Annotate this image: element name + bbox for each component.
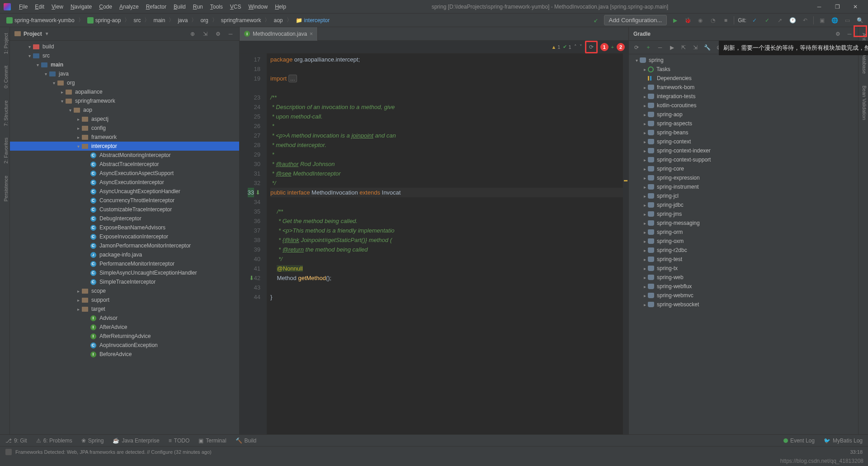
project-structure-icon[interactable]: ▣ — [817, 16, 826, 25]
gradle-item[interactable]: ▸spring-websocket — [629, 300, 858, 309]
gradle-item[interactable]: Dependencies — [629, 74, 858, 83]
collapse-all-icon[interactable]: ⇲ — [201, 30, 209, 38]
gradle-item[interactable]: ▸spring-core — [629, 164, 858, 173]
build-icon[interactable]: ↙ — [591, 16, 600, 25]
code-line[interactable]: * <p>A method invocation is a joinpoint … — [270, 131, 623, 140]
gradle-wrench-icon[interactable]: 🔧 — [703, 43, 711, 52]
menu-analyze[interactable]: Analyze — [116, 2, 142, 12]
vcs-history-icon[interactable]: 🕐 — [788, 16, 797, 25]
menu-view[interactable]: View — [48, 2, 67, 12]
code-line[interactable] — [270, 64, 623, 74]
vcs-commit-icon[interactable]: ✓ — [763, 16, 772, 25]
gradle-expand-icon[interactable]: ⇱ — [679, 43, 688, 52]
translate-icon[interactable]: 🌐 — [830, 16, 839, 25]
gradle-item[interactable]: ▸spring-messaging — [629, 219, 858, 228]
gradle-item[interactable]: ▸spring-beans — [629, 128, 858, 137]
bottom-tab-jee[interactable]: ☕Java Enterprise — [113, 437, 159, 444]
tree-item[interactable]: ▸scope — [10, 286, 239, 295]
add-icon[interactable]: + — [611, 44, 614, 50]
settings-icon[interactable]: ⚙ — [214, 30, 222, 38]
code-line[interactable]: * @return the method being called — [270, 245, 623, 254]
coverage-icon[interactable]: ◉ — [696, 16, 705, 25]
event-log-tab[interactable]: Event Log — [783, 437, 815, 444]
tree-item[interactable]: CAsyncUncaughtExceptionHandler — [10, 187, 239, 196]
breadcrumb[interactable]: org — [198, 16, 211, 24]
tree-item[interactable]: CConcurrencyThrottleInterceptor — [10, 196, 239, 205]
tree-item[interactable]: CDebugInterceptor — [10, 214, 239, 223]
tree-item[interactable]: ▸config — [10, 124, 239, 133]
tree-item[interactable]: ▾interceptor — [10, 142, 239, 151]
project-panel-title[interactable]: Project ▼ — [14, 31, 49, 37]
bottom-tab-term[interactable]: ▣Terminal — [198, 437, 226, 444]
menu-build[interactable]: Build — [170, 2, 189, 12]
prev-highlight-icon[interactable]: ˄ — [574, 44, 577, 50]
locate-file-icon[interactable]: ⊕ — [189, 30, 197, 38]
breadcrumb[interactable]: spring-framework-yumbo — [4, 16, 77, 24]
vcs-revert-icon[interactable]: ↶ — [801, 16, 810, 25]
gradle-item[interactable]: ▸spring-r2dbc — [629, 246, 858, 255]
code-line[interactable]: public interface MethodInvocation extend… — [270, 188, 623, 197]
code-line[interactable]: * <p>This method is a friendly implement… — [270, 226, 623, 235]
bottom-tab-git[interactable]: ⎇9: Git — [5, 437, 27, 444]
tree-item[interactable]: ▾main — [10, 60, 239, 69]
menu-code[interactable]: Code — [95, 2, 116, 12]
gradle-item[interactable]: ▸spring-expression — [629, 173, 858, 182]
tree-item[interactable]: CSimpleTraceInterceptor — [10, 277, 239, 286]
maximize-button[interactable]: ❐ — [828, 0, 846, 13]
gradle-run-icon[interactable]: ▶ — [668, 43, 676, 52]
tree-item[interactable]: ▸support — [10, 295, 239, 304]
breadcrumb[interactable]: src — [131, 16, 143, 24]
gradle-item[interactable]: ▸spring-oxm — [629, 237, 858, 246]
warning-icon[interactable]: ▲ — [551, 44, 556, 50]
gradle-item[interactable]: ▸spring-context-support — [629, 155, 858, 164]
tree-item[interactable]: IAfterReturningAdvice — [10, 332, 239, 341]
gradle-item[interactable]: ▸spring-context — [629, 137, 858, 146]
tree-item[interactable]: CAopInvocationException — [10, 341, 239, 350]
gradle-detach-icon[interactable]: ─ — [656, 43, 664, 52]
code-line[interactable]: * Get the method being called. — [270, 216, 623, 226]
stop-icon[interactable]: ■ — [721, 16, 730, 25]
menu-edit[interactable]: Edit — [31, 2, 48, 12]
breadcrumb[interactable]: aop — [271, 16, 285, 24]
code-line[interactable]: * @see MethodInterceptor — [270, 169, 623, 178]
gradle-refresh-icon[interactable]: ⟳ — [632, 43, 641, 52]
gradle-item[interactable]: ▸spring-tx — [629, 264, 858, 273]
code-line[interactable]: * — [270, 150, 623, 159]
code-line[interactable]: @Nonnull — [270, 264, 623, 273]
code-line[interactable]: package org.aopalliance.intercept; — [270, 55, 623, 64]
tree-item[interactable]: CAbstractTraceInterceptor — [10, 160, 239, 169]
close-tab-icon[interactable]: × — [310, 31, 313, 37]
tree-item[interactable]: ▾src — [10, 51, 239, 60]
search-everywhere-icon[interactable]: 🔍 — [855, 16, 864, 25]
right-tab[interactable]: Bean Validation — [859, 82, 868, 124]
bottom-tab-spring[interactable]: ❀Spring — [81, 437, 104, 444]
tree-item[interactable]: IAfterAdvice — [10, 323, 239, 332]
tree-item[interactable]: ▸target — [10, 304, 239, 314]
code-line[interactable]: */ — [270, 178, 623, 188]
profile-icon[interactable]: ◔ — [708, 16, 717, 25]
menu-refactor[interactable]: Refactor — [142, 2, 170, 12]
gradle-item[interactable]: ▸spring-jms — [629, 209, 858, 219]
code-line[interactable]: import ... — [270, 74, 623, 83]
gradle-item[interactable]: ▸spring-aspects — [629, 119, 858, 128]
minimize-button[interactable]: ─ — [810, 0, 828, 13]
tree-item[interactable]: ▸aopalliance — [10, 87, 239, 96]
next-highlight-icon[interactable]: ˅ — [580, 44, 582, 50]
left-tab[interactable]: Persistence — [0, 172, 9, 205]
gradle-item[interactable]: ▸Tasks — [629, 65, 858, 74]
codota-icon[interactable]: ▭ — [843, 16, 852, 25]
menu-tools[interactable]: Tools — [207, 2, 226, 12]
left-tab[interactable]: 2: Favorites — [0, 134, 9, 167]
gradle-item[interactable]: ▸spring-webflux — [629, 282, 858, 291]
code-line[interactable] — [270, 283, 623, 292]
gradle-item[interactable]: ▸spring-aop — [629, 110, 858, 119]
tree-item[interactable]: CExposeBeanNameAdvisors — [10, 223, 239, 232]
tree-item[interactable]: CPerformanceMonitorInterceptor — [10, 259, 239, 268]
debug-icon[interactable]: 🐞 — [683, 16, 692, 25]
gradle-item[interactable]: ▾spring — [629, 56, 858, 65]
tree-item[interactable]: CSimpleAsyncUncaughtExceptionHandler — [10, 268, 239, 277]
gradle-collapse-icon[interactable]: ⇲ — [691, 43, 699, 52]
left-tab[interactable]: 0: Commit — [0, 62, 9, 92]
hide-panel-icon[interactable]: ─ — [226, 30, 235, 38]
mybatis-log-tab[interactable]: 🐦MyBatis Log — [824, 437, 863, 444]
